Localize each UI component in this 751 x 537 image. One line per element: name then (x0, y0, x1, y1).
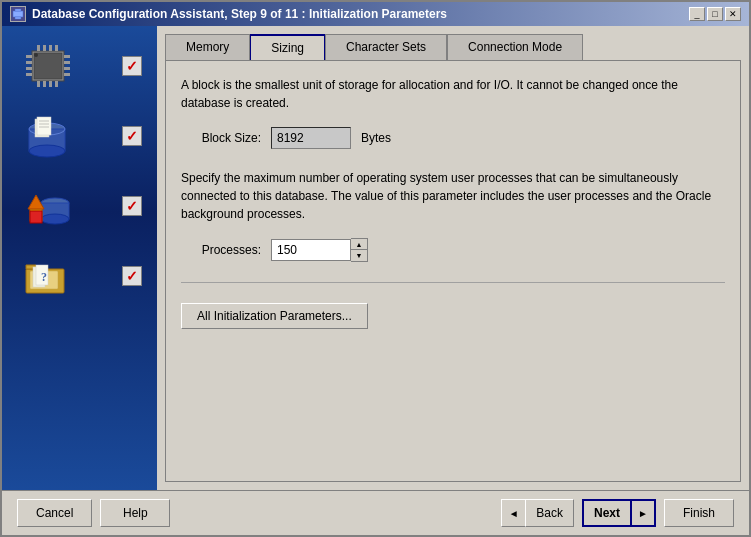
processes-row: Processes: ▲ ▼ (181, 238, 725, 262)
svg-rect-18 (43, 81, 46, 87)
processes-input[interactable] (271, 239, 351, 261)
title-bar-left: Database Configuration Assistant, Step 9… (10, 6, 447, 22)
next-button[interactable]: Next (582, 499, 632, 527)
block-size-label: Block Size: (191, 131, 261, 145)
back-button[interactable]: Back (525, 499, 574, 527)
svg-rect-4 (34, 53, 62, 79)
svg-point-24 (29, 145, 65, 157)
tabs-container: Memory Sizing Character Sets Connection … (165, 34, 741, 60)
list-item: ✓ (7, 36, 152, 96)
back-arrow-button[interactable]: ◄ (501, 499, 525, 527)
block-size-input[interactable] (271, 127, 351, 149)
title-bar: Database Configuration Assistant, Step 9… (2, 2, 749, 26)
spinner-up-button[interactable]: ▲ (351, 239, 367, 250)
svg-rect-8 (26, 73, 32, 76)
block-description: A block is the smallest unit of storage … (181, 76, 725, 112)
bottom-left-buttons: Cancel Help (17, 499, 170, 527)
svg-rect-15 (49, 45, 52, 51)
bottom-right-buttons: ◄ Back Next ► Finish (501, 499, 734, 527)
finish-button[interactable]: Finish (664, 499, 734, 527)
svg-rect-9 (64, 55, 70, 58)
folder-docs-icon (17, 111, 77, 161)
app-icon (10, 6, 26, 22)
tab-connection-mode[interactable]: Connection Mode (447, 34, 583, 60)
list-item: ✓ (7, 176, 152, 236)
svg-rect-5 (26, 55, 32, 58)
title-buttons: _ □ ✕ (689, 7, 741, 21)
db-shapes-icon (17, 181, 77, 231)
svg-rect-12 (64, 73, 70, 76)
svg-rect-14 (43, 45, 46, 51)
spinner-down-button[interactable]: ▼ (351, 250, 367, 261)
content-area: A block is the smallest unit of storage … (165, 60, 741, 482)
block-size-units: Bytes (361, 131, 391, 145)
check-icon-3: ✓ (122, 196, 142, 216)
svg-rect-2 (15, 17, 21, 19)
cancel-button[interactable]: Cancel (17, 499, 92, 527)
svg-rect-10 (64, 61, 70, 64)
close-button[interactable]: ✕ (725, 7, 741, 21)
svg-point-21 (34, 53, 38, 57)
processes-description: Specify the maximum number of operating … (181, 169, 725, 223)
check-icon-2: ✓ (122, 126, 142, 146)
next-group: Next ► (582, 499, 656, 527)
svg-rect-1 (15, 9, 21, 11)
svg-rect-13 (37, 45, 40, 51)
back-group: ◄ Back (501, 499, 574, 527)
processes-label: Processes: (191, 243, 261, 257)
svg-rect-17 (37, 81, 40, 87)
bottom-bar: Cancel Help ◄ Back Next ► Finish (2, 490, 749, 535)
main-window: Database Configuration Assistant, Step 9… (0, 0, 751, 537)
list-item: ✓ (7, 106, 152, 166)
chip-icon (17, 41, 77, 91)
left-panel: ✓ (2, 26, 157, 490)
svg-rect-0 (13, 11, 23, 17)
svg-point-33 (41, 214, 69, 224)
svg-rect-16 (55, 45, 58, 51)
svg-rect-20 (55, 81, 58, 87)
spinner-buttons: ▲ ▼ (351, 238, 368, 262)
svg-rect-6 (26, 61, 32, 64)
folder-question-icon: ? (17, 251, 77, 301)
window-title: Database Configuration Assistant, Step 9… (32, 7, 447, 21)
check-icon-1: ✓ (122, 56, 142, 76)
help-button[interactable]: Help (100, 499, 170, 527)
svg-rect-36 (30, 211, 42, 223)
svg-rect-19 (49, 81, 52, 87)
next-arrow-button[interactable]: ► (632, 499, 656, 527)
tab-sizing[interactable]: Sizing (250, 34, 325, 60)
tab-memory[interactable]: Memory (165, 34, 250, 60)
svg-rect-27 (37, 117, 51, 135)
main-content: ✓ (2, 26, 749, 490)
svg-rect-7 (26, 67, 32, 70)
all-params-section: All Initialization Parameters... (181, 282, 725, 329)
tab-character-sets[interactable]: Character Sets (325, 34, 447, 60)
maximize-button[interactable]: □ (707, 7, 723, 21)
all-params-button[interactable]: All Initialization Parameters... (181, 303, 368, 329)
right-panel: Memory Sizing Character Sets Connection … (157, 26, 749, 490)
svg-rect-11 (64, 67, 70, 70)
block-size-row: Block Size: Bytes (181, 127, 725, 149)
processes-spinner: ▲ ▼ (271, 238, 368, 262)
svg-text:?: ? (41, 270, 47, 284)
list-item: ? ✓ (7, 246, 152, 306)
check-icon-4: ✓ (122, 266, 142, 286)
minimize-button[interactable]: _ (689, 7, 705, 21)
